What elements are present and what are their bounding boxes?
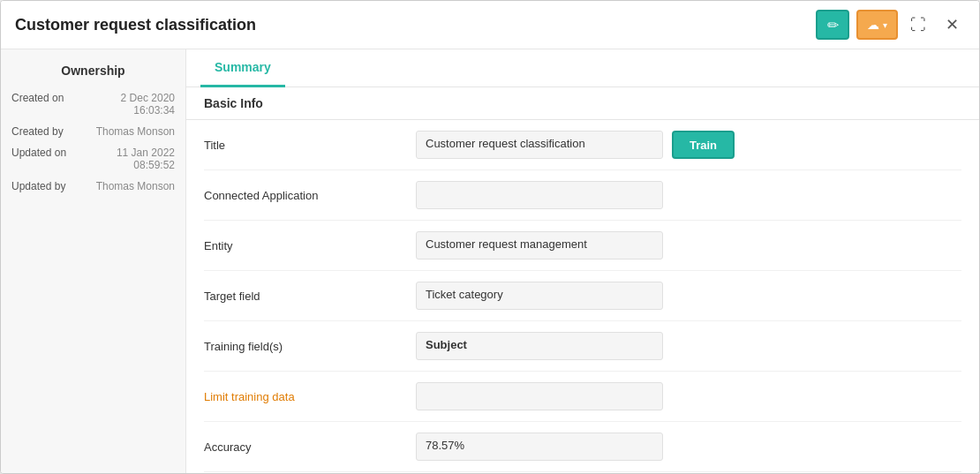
chevron-down-icon: ▾ [883, 20, 887, 30]
form-row-title: Title Customer request classification Tr… [204, 120, 961, 170]
form-row-target-field: Target field Ticket category [204, 271, 961, 321]
created-by-value: Thomas Monson [96, 125, 175, 138]
expand-button[interactable]: ⛶ [905, 11, 931, 38]
form-row-accuracy-2: Accuracy 79.31% Save [204, 472, 961, 473]
titlebar-actions: ✏ ☁ ▾ ⛶ ✕ [816, 10, 965, 40]
form-row-limit-training: Limit training data [204, 372, 961, 422]
close-button[interactable]: ✕ [939, 11, 965, 38]
updated-on-value: 11 Jan 202208:59:52 [117, 147, 175, 171]
sidebar-row-created-by: Created by Thomas Monson [11, 125, 175, 138]
close-icon: ✕ [946, 15, 959, 34]
train-button[interactable]: Train [672, 131, 735, 159]
updated-by-label: Updated by [11, 180, 65, 192]
edit-button[interactable]: ✏ [816, 10, 849, 40]
sidebar: Ownership Created on 2 Dec 202016:03:34 … [1, 49, 186, 473]
cloud-icon: ☁ [867, 18, 879, 32]
section-header-basic-info: Basic Info [186, 87, 979, 120]
main-window: Customer request classification ✏ ☁ ▾ ⛶ … [0, 0, 980, 474]
tabs-bar: Summary [186, 49, 979, 87]
accuracy-1-value: 78.57% [416, 433, 663, 461]
sidebar-row-updated-by: Updated by Thomas Monson [11, 180, 175, 192]
target-field-label: Target field [204, 290, 416, 303]
limit-training-value-area [416, 382, 961, 410]
title-value-area: Customer request classification Train [416, 131, 961, 159]
window-title: Customer request classification [15, 16, 256, 34]
updated-by-value: Thomas Monson [96, 180, 175, 192]
created-on-value: 2 Dec 202016:03:34 [121, 92, 175, 117]
limit-training-label: Limit training data [204, 390, 416, 403]
form-area: Title Customer request classification Tr… [186, 120, 979, 473]
form-row-connected-app: Connected Application [204, 170, 961, 221]
connected-app-label: Connected Application [204, 189, 416, 202]
main-content: Ownership Created on 2 Dec 202016:03:34 … [1, 49, 979, 473]
training-fields-label: Training field(s) [204, 340, 416, 353]
title-value: Customer request classification [416, 131, 663, 159]
cloud-button[interactable]: ☁ ▾ [856, 10, 898, 40]
expand-icon: ⛶ [910, 16, 926, 34]
title-label: Title [204, 139, 416, 152]
target-field-value-area: Ticket category [416, 282, 961, 310]
sidebar-heading: Ownership [11, 64, 175, 78]
training-fields-value-area: Subject [416, 332, 961, 360]
tab-summary[interactable]: Summary [200, 49, 285, 87]
limit-training-value[interactable] [416, 382, 663, 410]
updated-on-label: Updated on [11, 147, 66, 171]
form-row-training-fields: Training field(s) Subject [204, 321, 961, 372]
created-on-label: Created on [11, 92, 64, 117]
accuracy-1-label: Accuracy [204, 440, 416, 454]
content-area: Summary Basic Info Title Customer reques… [186, 49, 979, 473]
form-row-entity: Entity Customer request management [204, 221, 961, 271]
entity-value-area: Customer request management [416, 231, 961, 260]
entity-label: Entity [204, 239, 416, 252]
connected-app-value[interactable] [416, 181, 663, 209]
created-by-label: Created by [11, 125, 64, 138]
form-row-accuracy-1: Accuracy 78.57% [204, 422, 961, 472]
edit-icon: ✏ [827, 17, 839, 34]
titlebar: Customer request classification ✏ ☁ ▾ ⛶ … [1, 1, 979, 49]
entity-value: Customer request management [416, 231, 663, 260]
target-field-value: Ticket category [416, 282, 663, 310]
connected-app-value-area [416, 181, 961, 209]
training-fields-value: Subject [416, 332, 663, 360]
accuracy-1-value-area: 78.57% [416, 433, 961, 461]
sidebar-row-created-on: Created on 2 Dec 202016:03:34 [11, 92, 175, 117]
sidebar-row-updated-on: Updated on 11 Jan 202208:59:52 [11, 147, 175, 171]
